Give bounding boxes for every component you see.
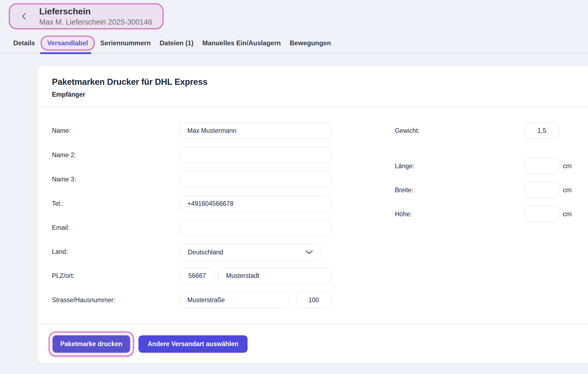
tab-dateien[interactable]: Dateien (1) xyxy=(160,39,194,47)
plz-input[interactable] xyxy=(180,268,214,284)
name-label: Name: xyxy=(52,123,71,139)
gewicht-label: Gewicht: xyxy=(395,123,419,139)
breite-input[interactable] xyxy=(525,182,559,198)
hoehe-label: Höhe: xyxy=(395,206,412,222)
land-select-value: Deutschland xyxy=(188,249,223,256)
select-other-shipping-button[interactable]: Andere Versandart auswählen xyxy=(138,335,248,353)
tab-bewegungen[interactable]: Bewegungen xyxy=(290,39,331,47)
plz-ort-label: PLZ/ort: xyxy=(52,268,75,284)
chevron-left-icon xyxy=(21,12,27,20)
header-text: Lieferschein Max M. Lieferschein 2025-30… xyxy=(39,6,152,27)
page-title: Lieferschein xyxy=(39,6,152,17)
name-input[interactable] xyxy=(180,123,331,139)
ort-input[interactable] xyxy=(219,268,330,284)
card-footer-divider xyxy=(38,324,588,325)
breite-label: Breite: xyxy=(395,182,413,198)
laenge-label: Länge: xyxy=(395,158,414,174)
breite-unit: cm xyxy=(563,182,572,198)
name3-label: Name 3: xyxy=(52,171,76,187)
tab-bar: Details Versandlabel Seriennummern Datei… xyxy=(0,33,588,54)
tab-manuelles-ein-auslagern[interactable]: Manuelles Ein/Auslagern xyxy=(202,39,281,47)
print-label-button[interactable]: Paketmarke drucken xyxy=(53,335,130,353)
laenge-unit: cm xyxy=(563,158,572,174)
land-select[interactable]: Deutschland xyxy=(180,244,321,261)
card-subtitle: Empfänger xyxy=(52,91,208,98)
annotation-highlight-header: Lieferschein Max M. Lieferschein 2025-30… xyxy=(9,3,164,29)
chevron-down-icon xyxy=(305,250,313,254)
land-label: Land: xyxy=(52,244,68,260)
back-button[interactable] xyxy=(20,12,28,21)
tel-label: Tel.: xyxy=(52,196,64,212)
tab-versandlabel[interactable]: Versandlabel xyxy=(47,39,88,47)
email-input[interactable] xyxy=(180,220,331,236)
page-subtitle: Max M. Lieferschein 2025-300148 xyxy=(39,17,152,27)
gewicht-input[interactable] xyxy=(525,123,559,139)
card-header-divider xyxy=(38,107,588,107)
email-label: Email: xyxy=(52,220,70,236)
card-header: Paketmarken Drucker für DHL Express Empf… xyxy=(52,77,208,98)
name2-label: Name 2: xyxy=(52,147,76,163)
active-tab-underline xyxy=(40,52,91,54)
card-title: Paketmarken Drucker für DHL Express xyxy=(52,77,208,87)
laenge-input[interactable] xyxy=(525,158,559,174)
tab-details[interactable]: Details xyxy=(13,39,35,47)
hoehe-unit: cm xyxy=(563,206,572,222)
name3-input[interactable] xyxy=(180,171,331,187)
name2-input[interactable] xyxy=(180,147,331,163)
annotation-highlight-print-button: Paketmarke drucken xyxy=(49,331,134,357)
tab-seriennummern[interactable]: Seriennummern xyxy=(100,39,151,47)
hoehe-input[interactable] xyxy=(525,206,559,222)
strasse-input[interactable] xyxy=(180,292,289,308)
strasse-hausnummer-label: Strasse/Hausnummer: xyxy=(52,292,115,308)
page: Lieferschein Max M. Lieferschein 2025-30… xyxy=(0,0,588,374)
tel-input[interactable] xyxy=(180,196,331,212)
shipping-label-card: Paketmarken Drucker für DHL Express Empf… xyxy=(37,66,588,363)
hausnummer-input[interactable] xyxy=(296,292,331,308)
annotation-highlight-active-tab: Versandlabel xyxy=(41,36,95,51)
